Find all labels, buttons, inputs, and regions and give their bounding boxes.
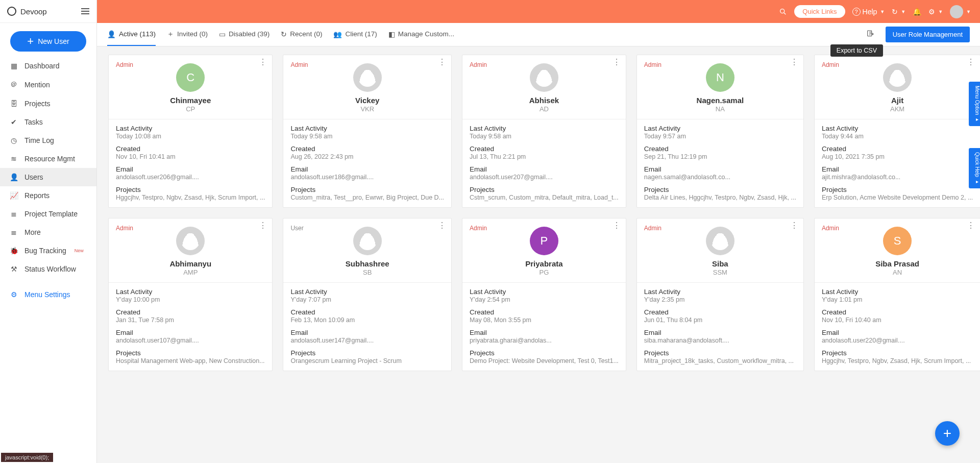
new-user-label: New User [38, 37, 69, 45]
sidebar-item-tasks[interactable]: ✔Tasks [0, 113, 96, 131]
hamburger-icon[interactable] [81, 8, 89, 14]
tabs-row: 👤Active (113) ＋Invited (0) ▭Disabled (39… [97, 23, 980, 46]
side-tab-menu-option[interactable]: Menu Option ▸ [969, 82, 980, 126]
main-region: Quick Links ?Help▼ ↻▼ 🔔 ⚙▼ ▼ 👤Active (11… [97, 0, 980, 463]
sidebar-item-users[interactable]: 👤Users [0, 168, 96, 186]
user-code: CP [116, 105, 265, 113]
user-card[interactable]: Admin ⋮ N Nagen.samal NA Last Activity T… [636, 55, 804, 208]
field-projects: Projects Erp Solution, Acme Website Deve… [822, 186, 973, 201]
role-label: Admin [644, 225, 662, 232]
tab-manage-custom[interactable]: ◧Manage Custom... [388, 23, 454, 46]
card-menu-button[interactable]: ⋮ [967, 224, 975, 228]
brand-name: Devoop [20, 7, 47, 16]
gear-icon: ⚙ [928, 8, 935, 16]
user-name: Chinmayee [116, 96, 265, 105]
avatar-placeholder-icon [530, 63, 558, 92]
settings-button[interactable]: ⚙▼ [928, 8, 943, 16]
user-name: Abhisek [470, 96, 619, 105]
tab-disabled[interactable]: ▭Disabled (39) [219, 23, 270, 46]
tab-recent[interactable]: ↻Recent (0) [281, 23, 322, 46]
dashboard-icon: ▦ [9, 62, 18, 70]
sidebar-item-timelog[interactable]: ◷Time Log [0, 131, 96, 150]
field-created: Created Jul 13, Thu 2:21 pm [470, 145, 619, 160]
field-projects: Projects Delta Air Lines, Hggcjhv, Testp… [644, 186, 796, 201]
card-menu-button[interactable]: ⋮ [790, 60, 798, 64]
sidebar-item-statusworkflow[interactable]: ⚒Status Workflow [0, 260, 96, 278]
side-tab-quick-help[interactable]: Quick Help ▸ [969, 148, 980, 188]
field-projects: Projects Demo Project: Website Developme… [470, 349, 619, 364]
card-menu-button[interactable]: ⋮ [438, 60, 446, 64]
cards-scroll[interactable]: Admin ⋮ C Chinmayee CP Last Activity Tod… [97, 46, 980, 463]
user-icon: 👤 [9, 173, 18, 181]
profile-button[interactable]: ▼ [950, 5, 971, 18]
quick-links-button[interactable]: Quick Links [794, 5, 845, 18]
card-menu-button[interactable]: ⋮ [438, 224, 446, 228]
avatar-placeholder-icon [883, 63, 912, 92]
field-created: Created Jan 31, Tue 7:58 pm [116, 308, 265, 324]
user-card[interactable]: Admin ⋮ Abhisek AD Last Activity Today 9… [462, 55, 626, 208]
field-created: Created Aug 26, 2022 2:43 pm [290, 145, 444, 160]
sidebar-item-dashboard[interactable]: ▦Dashboard [0, 57, 96, 75]
new-user-button[interactable]: + New User [10, 31, 86, 52]
role-label: Admin [470, 225, 487, 232]
search-icon[interactable] [779, 8, 787, 16]
user-card[interactable]: Admin ⋮ Abhimanyu AMP Last Activity Y'da… [108, 218, 273, 371]
field-last-activity: Last Activity Today 9:58 am [470, 125, 619, 140]
field-last-activity: Last Activity Y'day 2:35 pm [644, 288, 796, 303]
user-card[interactable]: Admin ⋮ Ajit AKM Last Activity Today 9:4… [814, 55, 980, 208]
chevron-down-icon: ▼ [901, 9, 905, 14]
export-csv-button[interactable] [866, 30, 874, 40]
custom-icon: ◧ [388, 30, 395, 38]
gear-icon: ⚙ [9, 290, 18, 299]
disabled-icon: ▭ [219, 30, 226, 38]
brand-logo[interactable]: Devoop [7, 7, 47, 16]
sidebar-item-projects[interactable]: 🗄Projects [0, 94, 96, 113]
group-icon: 👥 [333, 30, 342, 38]
card-menu-button[interactable]: ⋮ [612, 60, 621, 64]
card-menu-button[interactable]: ⋮ [259, 60, 267, 64]
history-button[interactable]: ↻▼ [892, 8, 905, 16]
card-menu-button[interactable]: ⋮ [259, 224, 267, 228]
sidebar-item-bugtracking[interactable]: 🐞Bug TrackingNew [0, 241, 96, 260]
user-name: Ajit [822, 96, 973, 105]
person-icon: 👤 [107, 30, 116, 38]
tab-client[interactable]: 👥Client (17) [333, 23, 377, 46]
add-fab-button[interactable]: + [935, 421, 960, 446]
user-card[interactable]: Admin ⋮ S Siba Prasad AN Last Activity Y… [814, 218, 980, 371]
invite-icon: ＋ [167, 30, 174, 39]
plus-icon: + [943, 425, 951, 442]
sidebar-item-resource[interactable]: ≋Resource Mgmt [0, 150, 96, 168]
card-header: Admin ⋮ Abhisek AD [462, 55, 626, 119]
field-email: Email andolasoft.user220@gmail.... [822, 329, 973, 344]
field-last-activity: Last Activity Y'day 10:00 pm [116, 288, 265, 303]
sidebar-item-more[interactable]: ≣More [0, 223, 96, 241]
card-menu-button[interactable]: ⋮ [790, 224, 798, 228]
user-card[interactable]: Admin ⋮ C Chinmayee CP Last Activity Tod… [108, 55, 273, 208]
field-email: Email andolasoft.user107@gmail.... [116, 329, 265, 344]
help-button[interactable]: ?Help▼ [852, 8, 885, 16]
sidebar-item-template[interactable]: ≣Project Template [0, 205, 96, 223]
sidebar-item-reports[interactable]: 📈Reports [0, 186, 96, 205]
card-header: Admin ⋮ Ajit AKM [815, 55, 980, 119]
card-menu-button[interactable]: ⋮ [967, 60, 975, 64]
field-projects: Projects Cstm_scrum, Custom_mitra, Defau… [470, 186, 619, 201]
user-role-management-button[interactable]: User Role Management [886, 27, 970, 42]
sidebar-item-menu-settings[interactable]: ⚙Menu Settings [0, 285, 96, 304]
tab-invited[interactable]: ＋Invited (0) [167, 23, 208, 46]
user-card[interactable]: Admin ⋮ P Priyabrata PG Last Activity Y'… [462, 218, 626, 371]
card-header: Admin ⋮ S Siba Prasad AN [815, 218, 980, 283]
user-card[interactable]: User ⋮ Subhashree SB Last Activity Y'day… [283, 218, 452, 371]
tab-active[interactable]: 👤Active (113) [107, 23, 156, 46]
user-name: Vickey [290, 96, 444, 105]
user-card[interactable]: Admin ⋮ Vickey VKR Last Activity Today 9… [283, 55, 452, 208]
layers-icon: ≣ [9, 228, 18, 236]
card-body: Last Activity Y'day 2:35 pm Created Jun … [637, 283, 803, 371]
card-menu-button[interactable]: ⋮ [612, 224, 621, 228]
sidebar-item-mention[interactable]: ＠Mention [0, 75, 96, 94]
field-created: Created Aug 10, 2021 7:35 pm [822, 145, 973, 160]
notifications-button[interactable]: 🔔 [913, 8, 921, 16]
user-card[interactable]: Admin ⋮ Siba SSM Last Activity Y'day 2:3… [636, 218, 804, 371]
field-last-activity: Last Activity Today 9:57 am [644, 125, 796, 140]
card-header: Admin ⋮ Siba SSM [637, 218, 803, 283]
user-name: Subhashree [290, 259, 444, 268]
